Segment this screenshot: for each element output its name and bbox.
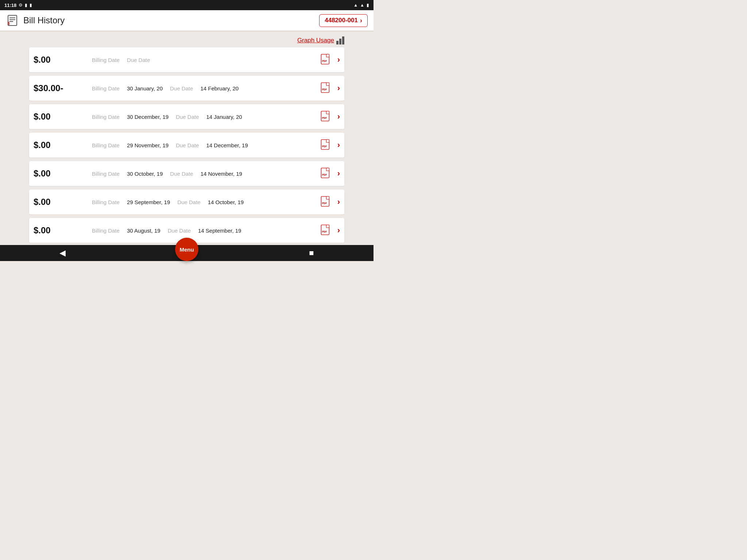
row-chevron-icon: › (337, 226, 340, 235)
due-date-label: Due Date (170, 85, 193, 92)
bill-row[interactable]: $.00 Billing Date 29 November, 19 Due Da… (29, 133, 344, 158)
due-date-value: 14 February, 20 (200, 85, 239, 92)
billing-date-value: 29 November, 19 (127, 142, 169, 148)
due-date-value: 14 September, 19 (198, 228, 241, 234)
app-bar: $ Bill History 448200-001 › (0, 10, 374, 31)
bill-actions: PDF › (319, 53, 340, 66)
bill-row[interactable]: $.00 Billing Date 30 December, 19 Due Da… (29, 104, 344, 129)
status-bar: 11:18 ⚙ ▮ ▮ ▲ ▲ ▮ (0, 0, 374, 10)
pdf-icon[interactable]: PDF (319, 139, 332, 152)
svg-text:PDF: PDF (322, 88, 327, 91)
settings-icon: ⚙ (19, 3, 23, 8)
billing-date-value: 30 January, 20 (127, 85, 163, 92)
due-date-value: 14 October, 19 (208, 199, 244, 205)
status-time: 11:18 (4, 3, 16, 8)
bill-actions: PDF › (319, 167, 340, 180)
bar-chart-icon (336, 36, 344, 44)
billing-date-label: Billing Date (92, 199, 120, 205)
due-date-value: 14 January, 20 (206, 114, 242, 120)
sim-icon: ▮ (30, 3, 32, 8)
pdf-icon[interactable]: PDF (319, 195, 332, 209)
bill-dates: Billing Date 29 November, 19 Due Date 14… (92, 142, 319, 148)
bill-amount: $.00 (34, 140, 92, 150)
due-date-label: Due Date (168, 228, 191, 234)
pdf-icon[interactable]: PDF (319, 167, 332, 180)
due-date-label: Due Date (176, 142, 199, 148)
svg-rect-12 (326, 111, 329, 114)
svg-rect-9 (326, 83, 329, 86)
account-badge[interactable]: 448200-001 › (319, 14, 368, 27)
row-chevron-icon: › (337, 83, 340, 93)
bill-dates: Billing Date 30 January, 20 Due Date 14 … (92, 85, 319, 92)
bill-amount: $.00 (34, 168, 92, 179)
bill-amount: $.00 (34, 55, 92, 65)
bill-dates: Billing Date Due Date (92, 57, 319, 63)
bill-actions: PDF › (319, 82, 340, 95)
bill-dates: Billing Date 30 August, 19 Due Date 14 S… (92, 228, 319, 234)
pdf-icon[interactable]: PDF (319, 224, 332, 237)
status-left: 11:18 ⚙ ▮ ▮ (4, 3, 32, 8)
bill-actions: PDF › (319, 139, 340, 152)
due-date-label: Due Date (177, 199, 200, 205)
bill-amount: $.00 (34, 112, 92, 122)
due-date-value: 14 December, 19 (206, 142, 248, 148)
due-date-label: Due Date (127, 57, 150, 63)
bill-row[interactable]: $.00 Billing Date Due Date PDF › (29, 47, 344, 72)
svg-text:PDF: PDF (322, 60, 327, 62)
menu-label: Menu (179, 246, 194, 253)
status-right: ▲ ▲ ▮ (353, 3, 369, 8)
billing-date-label: Billing Date (92, 171, 120, 177)
due-date-label: Due Date (170, 171, 193, 177)
svg-rect-21 (326, 197, 329, 199)
svg-rect-18 (326, 168, 329, 171)
wifi-icon: ▲ (353, 3, 358, 8)
bills-list: $.00 Billing Date Due Date PDF › $30.00- (29, 47, 344, 245)
pdf-icon[interactable]: PDF (319, 110, 332, 123)
bill-actions: PDF › (319, 195, 340, 209)
bill-row[interactable]: $30.00- Billing Date 30 January, 20 Due … (29, 76, 344, 101)
battery-icon: ▮ (367, 3, 369, 8)
content-area: Graph Usage $.00 Billing Date Due Date P… (0, 31, 374, 245)
bill-dates: Billing Date 29 September, 19 Due Date 1… (92, 199, 319, 205)
menu-fab[interactable]: Menu (175, 238, 198, 261)
svg-rect-6 (326, 54, 329, 57)
graph-usage-link[interactable]: Graph Usage (297, 37, 334, 44)
graph-usage-bar: Graph Usage (29, 34, 344, 47)
pdf-icon[interactable]: PDF (319, 82, 332, 95)
bill-dates: Billing Date 30 December, 19 Due Date 14… (92, 114, 319, 120)
svg-text:PDF: PDF (322, 117, 327, 119)
row-chevron-icon: › (337, 112, 340, 121)
accessibility-icon: ▮ (25, 3, 27, 8)
billing-date-label: Billing Date (92, 228, 120, 234)
bill-icon: $ (6, 14, 19, 27)
back-button[interactable]: ◀ (52, 246, 73, 260)
svg-rect-24 (326, 225, 329, 228)
bill-actions: PDF › (319, 224, 340, 237)
bill-row[interactable]: $.00 Billing Date 30 October, 19 Due Dat… (29, 161, 344, 186)
bill-actions: PDF › (319, 110, 340, 123)
svg-text:PDF: PDF (322, 145, 327, 148)
svg-text:PDF: PDF (322, 230, 327, 233)
pdf-icon[interactable]: PDF (319, 53, 332, 66)
bill-amount: $30.00- (34, 83, 92, 93)
due-date-label: Due Date (176, 114, 199, 120)
bill-amount: $.00 (34, 225, 92, 236)
billing-date-label: Billing Date (92, 85, 120, 92)
row-chevron-icon: › (337, 140, 340, 150)
billing-date-label: Billing Date (92, 114, 120, 120)
row-chevron-icon: › (337, 197, 340, 207)
account-number: 448200-001 (325, 17, 358, 24)
billing-date-value: 30 December, 19 (127, 114, 169, 120)
due-date-value: 14 November, 19 (201, 171, 242, 177)
svg-text:PDF: PDF (322, 174, 327, 176)
page-title: Bill History (23, 15, 65, 26)
row-chevron-icon: › (337, 169, 340, 178)
billing-date-label: Billing Date (92, 57, 120, 63)
svg-text:$: $ (8, 22, 10, 26)
bill-row[interactable]: $.00 Billing Date 29 September, 19 Due D… (29, 190, 344, 214)
recents-button[interactable]: ■ (302, 246, 321, 260)
svg-text:PDF: PDF (322, 202, 327, 205)
svg-rect-15 (326, 140, 329, 143)
bill-dates: Billing Date 30 October, 19 Due Date 14 … (92, 171, 319, 177)
signal-icon: ▲ (360, 3, 364, 8)
